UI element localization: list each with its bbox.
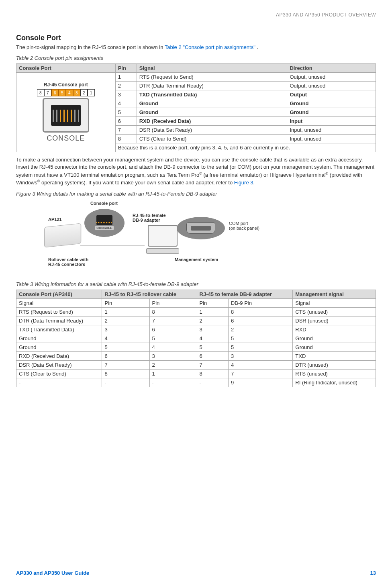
figure3-diagram: Console port AP121 RJ-45-to-female DB-9 … [16, 201, 376, 273]
fig-label-rollover: Rollover cable with RJ-45 connectors [48, 257, 88, 267]
t3-cell: RXD [293, 325, 376, 334]
fig-label-mgmt: Management system [175, 257, 218, 262]
t3-cell: 5 [228, 343, 292, 351]
t3-cell: 9 [228, 378, 292, 387]
t3-cell: 2 [228, 325, 292, 334]
pin-box: 6 [51, 89, 59, 96]
t3-cell: 3 [228, 351, 292, 360]
intro-text-post: . [257, 44, 258, 50]
t3-cell: TXD [293, 351, 376, 360]
t3-cell: 6 [197, 351, 228, 360]
console-bubble-icon: CONSOLE [84, 209, 125, 237]
t2-note: Because this is a console port, only pin… [115, 143, 376, 152]
table-row: DSR (Data Set Ready)7274DTR (unused) [16, 360, 376, 369]
t3-cell: 4 [228, 360, 292, 369]
rj45-label: RJ-45 Console port [20, 82, 112, 88]
console-port-illustration: RJ-45 Console port 8 7 6 5 4 3 2 1 [16, 73, 116, 152]
t3-cell: TXD (Transmitted Data) [16, 325, 102, 334]
table-row: RTS (Request to Send)1818CTS (unused) [16, 307, 376, 316]
table-row: Ground4545Ground [16, 334, 376, 343]
t3-head-c: RJ-45 to female DB-9 adapter [197, 290, 293, 298]
t3-cell: 6 [149, 325, 197, 334]
chapter-title: AP330 AND AP350 PRODUCT OVERVIEW [16, 12, 376, 18]
console-text: CONSOLE [20, 134, 112, 143]
section-heading: Console Port [16, 34, 376, 42]
t3-cell: RTS (unused) [293, 369, 376, 378]
t2-dir: Output, unused [287, 73, 376, 82]
figure3-caption: Figure 3 Wiring details for making a ser… [16, 191, 376, 197]
pin-box: 5 [59, 89, 66, 96]
t3-cell: 3 [149, 351, 197, 360]
t3-cell: 2 [102, 316, 149, 325]
t3-cell: 7 [197, 360, 228, 369]
pin-box: 4 [66, 89, 73, 96]
t3-cell: RI (Ring Indicator, unused) [293, 378, 376, 387]
t3-cell: 1 [197, 307, 228, 316]
pin-box: 2 [80, 89, 88, 96]
t3-cell: DSR (Data Set Ready) [16, 360, 102, 369]
t3-cell: 8 [149, 307, 197, 316]
t3-cell: Ground [293, 334, 376, 343]
com-port-bubble-icon [177, 217, 225, 239]
t2-head-signal: SIgnal [137, 64, 287, 73]
t3-head-b: RJ-45 to RJ-45 rollover cable [102, 290, 197, 298]
t3-cell: Ground [293, 343, 376, 351]
t2-pin: 2 [115, 82, 137, 90]
pin-number-row: 8 7 6 5 4 3 2 1 [20, 89, 112, 96]
t3-cell: 8 [228, 307, 292, 316]
fig-label-console-port: Console port [90, 201, 118, 206]
t2-dir: Ground [287, 108, 376, 117]
t3-cell: CTS (Clear to Send) [16, 369, 102, 378]
t3-cell: - [197, 378, 228, 387]
t2-signal: Ground [137, 99, 287, 108]
p2-t5: . [253, 180, 255, 186]
cable-icon [80, 245, 145, 245]
t2-pin: 6 [115, 117, 137, 126]
t3-cell: - [102, 378, 149, 387]
t3-cell: DSR (unused) [293, 316, 376, 325]
t3-cell: 8 [102, 369, 149, 378]
t3-cell: 5 [102, 343, 149, 351]
table2-caption: Table 2 Console port pin assignments [16, 55, 376, 61]
ap-device-icon [44, 223, 81, 247]
pin-box: 7 [44, 89, 51, 96]
t3-sub-a: Signal [16, 298, 102, 307]
t3-cell: 6 [102, 351, 149, 360]
t3-cell: 3 [197, 325, 228, 334]
table3: Console Port (AP340) RJ-45 to RJ-45 roll… [16, 290, 376, 387]
t2-pin: 7 [115, 126, 137, 135]
t2-signal: DSR (Data Set Ready) [137, 126, 287, 135]
fig-label-com: COM port (on back panel) [229, 221, 259, 231]
t3-cell: 6 [228, 316, 292, 325]
copyright-icon: © [199, 172, 202, 176]
t2-pin: 8 [115, 135, 137, 143]
table2: Console Port Pin SIgnal Direction RJ-45 … [16, 63, 376, 152]
t3-cell: 5 [197, 343, 228, 351]
t3-cell: Ground [16, 343, 102, 351]
t2-pin: 4 [115, 99, 137, 108]
t2-pin: 5 [115, 108, 137, 117]
t2-dir: Ground [287, 99, 376, 108]
table-row: Ground5455Ground [16, 343, 376, 351]
t2-signal: RTS (Request to Send) [137, 73, 287, 82]
pin-box: 3 [73, 89, 80, 96]
t2-pin: 3 [115, 90, 137, 99]
t2-dir: Input, unused [287, 135, 376, 143]
t3-cell: 3 [102, 325, 149, 334]
t3-cell: DTR (unused) [293, 360, 376, 369]
t3-cell: - [16, 378, 102, 387]
t2-dir: Output, unused [287, 82, 376, 90]
p2-t2: (a free terminal emulator) or Hilgraeve … [202, 172, 326, 178]
figure3-link[interactable]: Figure 3 [234, 180, 253, 186]
t3-cell: 2 [149, 360, 197, 369]
t3-cell: 1 [149, 369, 197, 378]
table-row: TXD (Transmitted Data)3632RXD [16, 325, 376, 334]
table2-link[interactable]: Table 2 "Console port pin assignments" [165, 44, 255, 50]
fig-label-ap: AP121 [48, 217, 62, 222]
t2-head-direction: Direction [287, 64, 376, 73]
t3-cell: 4 [149, 343, 197, 351]
rj45-port-icon [43, 98, 89, 133]
table-row: RXD (Received Data)6363TXD [16, 351, 376, 360]
t3-cell: - [149, 378, 197, 387]
t3-sub-f: Signal [293, 298, 376, 307]
